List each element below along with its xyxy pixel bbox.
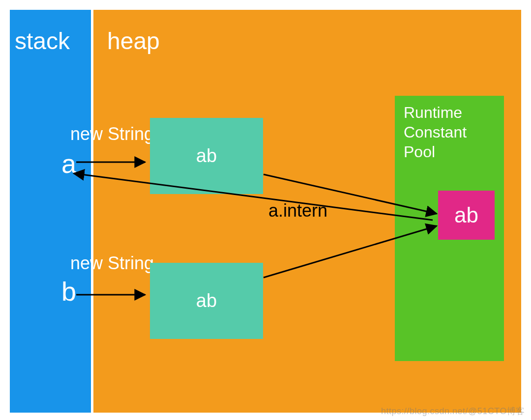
stack-region: stack a b xyxy=(10,10,91,413)
heap-region: heap new String ab new String ab a.inter… xyxy=(93,10,521,413)
new-string-label-2: new String xyxy=(70,253,154,274)
string-object-2-value: ab xyxy=(196,290,217,311)
string-object-1: ab xyxy=(150,118,263,194)
heap-title: heap xyxy=(93,10,521,55)
pool-title: RuntimeConstantPool xyxy=(395,96,504,162)
runtime-constant-pool: RuntimeConstantPool ab xyxy=(395,96,504,361)
variable-b: b xyxy=(61,276,76,307)
string-object-2: ab xyxy=(150,263,263,339)
string-object-1-value: ab xyxy=(196,145,217,167)
watermark: https://blog.csdn.net/@51CTO博客 xyxy=(381,405,525,417)
stack-title: stack xyxy=(10,10,91,55)
new-string-label-1: new String xyxy=(70,124,154,144)
intern-label: a.intern xyxy=(268,200,327,221)
variable-a: a xyxy=(61,148,76,179)
pool-value-box: ab xyxy=(438,191,495,240)
pool-value: ab xyxy=(454,203,478,227)
